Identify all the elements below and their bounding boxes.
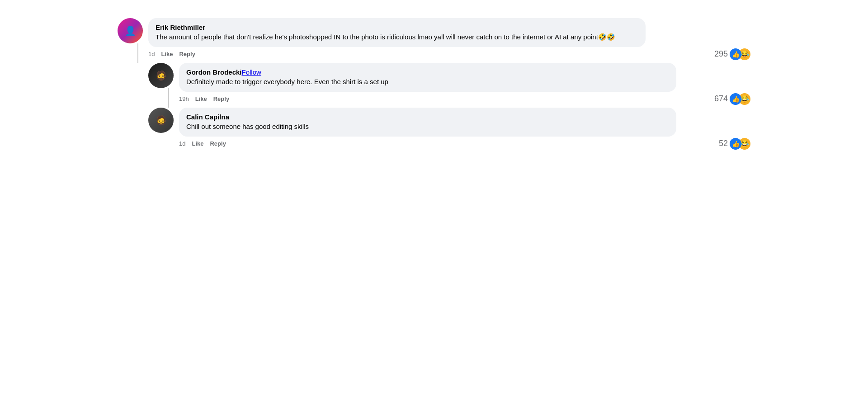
reactions: 295 👍 😂 xyxy=(714,48,750,60)
reaction-icons: 👍 😂 xyxy=(730,48,750,60)
comment-row: 🧔 Gordon BrodeckiFollow Definitely made … xyxy=(148,63,750,102)
avatar: 👤 xyxy=(118,18,143,43)
reaction-icons: 👍 😂 xyxy=(730,93,750,105)
reactions: 674 👍 😂 xyxy=(714,93,750,105)
reply-button[interactable]: Reply xyxy=(179,51,195,57)
reaction-icons: 👍 😂 xyxy=(730,138,750,150)
reply-button[interactable]: Reply xyxy=(210,140,226,147)
reaction-count: 295 xyxy=(714,49,728,59)
comment-text: Chill out someone has good editing skill… xyxy=(186,122,669,131)
avatar: 🧔 xyxy=(148,108,174,133)
follow-link[interactable]: Follow xyxy=(242,68,261,76)
reaction-count: 52 xyxy=(719,139,728,148)
comment-row: 🧔 Calin Capilna Chill out someone has go… xyxy=(148,108,750,147)
like-button[interactable]: Like xyxy=(195,95,207,102)
comment-time: 19h xyxy=(179,95,189,102)
reaction-count: 674 xyxy=(714,94,728,104)
comment-time: 1d xyxy=(148,51,155,57)
comment-bubble: Erik Riethmiller The amount of people th… xyxy=(148,18,646,47)
reply-button[interactable]: Reply xyxy=(213,95,229,102)
reactions: 52 👍 😂 xyxy=(719,138,750,150)
comment-bubble: Gordon BrodeckiFollow Definitely made to… xyxy=(179,63,676,92)
comment-actions: 1d Like Reply 295 👍 😂 xyxy=(148,51,750,57)
comment-author: Calin Capilna xyxy=(186,113,229,121)
like-button[interactable]: Like xyxy=(192,140,203,147)
comment-author: Gordon Brodecki xyxy=(186,68,242,76)
like-icon: 👍 xyxy=(730,48,741,60)
comment-actions: 19h Like Reply 674 👍 😂 xyxy=(179,95,750,102)
comment-bubble: Calin Capilna Chill out someone has good… xyxy=(179,108,676,137)
comment-text: The amount of people that don't realize … xyxy=(156,32,638,42)
comment-author: Erik Riethmiller xyxy=(156,24,205,31)
like-icon: 👍 xyxy=(730,138,741,150)
like-button[interactable]: Like xyxy=(161,51,173,57)
avatar: 🧔 xyxy=(148,63,174,88)
comment-text: Definitely made to trigger everybody her… xyxy=(186,77,669,86)
comment-row: 👤 Erik Riethmiller The amount of people … xyxy=(118,18,750,57)
like-icon: 👍 xyxy=(730,93,741,105)
comment-actions: 1d Like Reply 52 👍 😂 xyxy=(179,140,750,147)
comments-section: 👤 Erik Riethmiller The amount of people … xyxy=(118,9,750,161)
comment-time: 1d xyxy=(179,140,185,147)
